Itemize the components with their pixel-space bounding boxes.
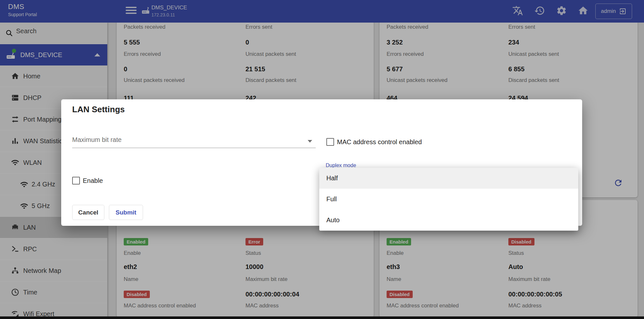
mac-control-checkbox-label: MAC address control enabled	[337, 138, 422, 146]
max-bit-rate-select[interactable]: Maximum bit rate	[72, 136, 121, 144]
select-underline	[72, 148, 316, 148]
mac-control-checkbox[interactable]	[326, 138, 334, 146]
enable-checkbox-label: Enable	[83, 177, 103, 184]
submit-button[interactable]: Submit	[109, 205, 143, 220]
dropdown-option-full[interactable]: Full	[319, 189, 578, 210]
enable-checkbox[interactable]	[72, 177, 80, 184]
cancel-button[interactable]: Cancel	[72, 205, 104, 220]
dms-support-portal: DMS Support Portal DMS_DEVICE 172.23.0.1…	[0, 0, 644, 319]
dropdown-option-half[interactable]: Half	[319, 168, 578, 189]
dialog-title: LAN Settings	[72, 105, 125, 115]
dropdown-option-auto[interactable]: Auto	[319, 210, 578, 231]
chevron-down-icon[interactable]	[308, 140, 312, 143]
duplex-mode-dropdown: Half Full Auto	[319, 168, 578, 231]
